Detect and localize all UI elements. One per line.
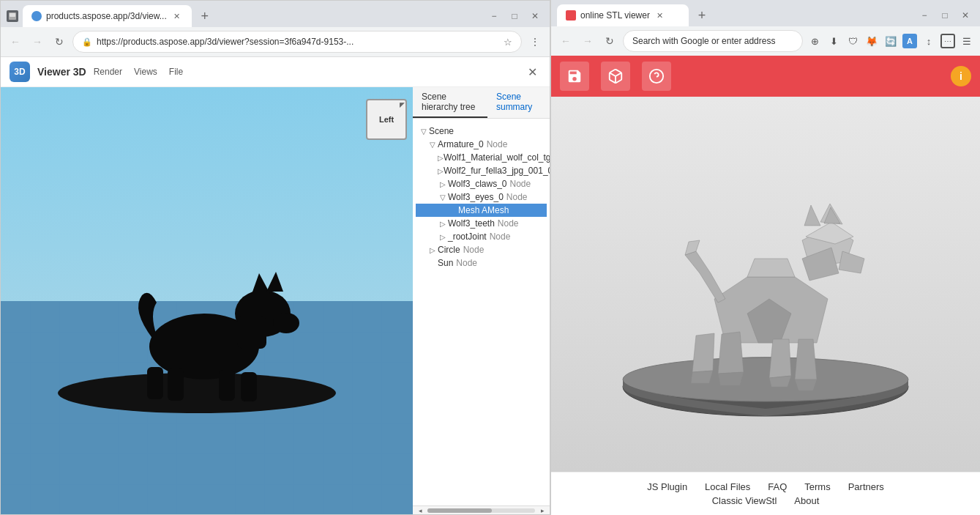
svg-marker-26 — [804, 205, 820, 226]
tab-summary[interactable]: Scene summary — [487, 87, 550, 118]
right-active-tab[interactable]: online STL viewer ✕ — [557, 4, 689, 26]
refresh-btn[interactable]: ↻ — [51, 33, 68, 51]
tree-wolf2[interactable]: ▷ Wolf2_fur_fella3_jpg_001_0 — [416, 164, 547, 177]
3d-viewport[interactable]: Left ◤ — [1, 87, 413, 514]
tree-wolf3-eyes[interactable]: ▽ Wolf3_eyes_0 Node — [416, 190, 547, 204]
star-icon[interactable]: ☆ — [504, 37, 512, 48]
maximize-btn[interactable]: □ — [506, 7, 523, 25]
address-box[interactable]: 🔒 https://products.aspose.app/3d/viewer?… — [72, 31, 522, 53]
svg-rect-9 — [241, 372, 257, 401]
stl-cube-btn[interactable] — [601, 62, 630, 91]
tree-label-circle: Circle — [438, 245, 460, 255]
app-window: 3D Viewer 3D Render Views File ✕ — [1, 57, 550, 514]
tree-armature[interactable]: ▽ Armature_0 Node — [416, 138, 547, 151]
right-tab-close-btn[interactable]: ✕ — [654, 10, 666, 21]
ff-icon-sync2[interactable]: ↕ — [921, 34, 936, 48]
ff-icon-1[interactable]: ⊕ — [807, 34, 822, 48]
stl-info-btn[interactable]: i — [951, 66, 971, 86]
close-btn[interactable]: ✕ — [526, 7, 544, 25]
left-tab-bar: products.aspose.app/3d/view... ✕ + − □ ✕ — [1, 1, 550, 27]
tree-type-eyes: Node — [506, 192, 528, 202]
menu-views[interactable]: Views — [134, 67, 157, 77]
scroll-left-btn[interactable]: ◂ — [416, 506, 424, 515]
ff-icon-firefox[interactable]: 🦊 — [864, 34, 879, 48]
tree-wolf1[interactable]: ▷ Wolf1_Material_wolf_col_tg — [416, 151, 547, 164]
right-tab-label: online STL viewer — [580, 10, 650, 21]
minimize-btn[interactable]: − — [485, 7, 503, 25]
tree-type-armature: Node — [487, 139, 508, 149]
svg-marker-36 — [685, 251, 725, 303]
right-maximize-btn[interactable]: □ — [936, 7, 954, 24]
tree-circle[interactable]: ▷ Circle Node — [416, 243, 547, 256]
app-menu: Render Views File — [94, 67, 184, 77]
bookmarks-btn[interactable]: A — [902, 34, 917, 48]
footer-link-js-plugin[interactable]: JS Plugin — [647, 481, 687, 492]
tree-mesh-amesh[interactable]: Mesh AMesh — [416, 204, 547, 217]
right-back-btn[interactable]: ← — [557, 32, 575, 50]
panel-tabs: Scene hierarchy tree Scene summary — [413, 87, 550, 119]
footer-link-terms[interactable]: Terms — [804, 481, 830, 492]
scene-tree[interactable]: ▽ Scene ▽ Armature_0 Node ▷ Wolf1_Materi… — [413, 119, 550, 505]
tree-arrow-armature: ▽ — [427, 141, 438, 149]
tree-sun[interactable]: Sun Node — [416, 256, 547, 270]
app-logo: 3D — [10, 62, 30, 82]
footer-link-partners[interactable]: Partners — [848, 481, 884, 492]
tree-label-eyes: Wolf3_eyes_0 — [448, 192, 504, 202]
back-btn[interactable]: ← — [7, 33, 24, 51]
ff-icon-shield[interactable]: 🛡 — [845, 34, 860, 48]
navigation-cube[interactable]: Left ◤ — [366, 99, 407, 140]
scroll-track[interactable] — [427, 508, 535, 513]
tree-label-rootjoint: _rootJoint — [448, 231, 487, 242]
ff-menu-btn[interactable]: ☰ — [960, 34, 974, 48]
menu-render[interactable]: Render — [94, 67, 122, 77]
right-forward-btn[interactable]: → — [579, 32, 596, 50]
wolf-model — [94, 244, 299, 407]
tree-arrow-wolf1: ▷ — [438, 154, 444, 162]
ff-icon-download[interactable]: ⬇ — [826, 34, 841, 48]
stl-footer-links-row2: Classic ViewStl About — [563, 495, 968, 506]
tab-hierarchy[interactable]: Scene hierarchy tree — [413, 87, 487, 118]
stl-help-btn[interactable] — [642, 62, 671, 91]
footer-link-local-files[interactable]: Local Files — [705, 481, 750, 492]
tree-scene[interactable]: ▽ Scene — [416, 125, 547, 138]
right-win-controls: − □ ✕ — [916, 7, 974, 24]
footer-link-faq[interactable]: FAQ — [768, 481, 787, 492]
overflow-btn[interactable]: ⋯ — [940, 34, 955, 48]
scroll-right-btn[interactable]: ▸ — [538, 506, 547, 515]
footer-link-about[interactable]: About — [794, 495, 819, 506]
stl-footer-links-row1: JS Plugin Local Files FAQ Terms Partners — [563, 481, 968, 492]
tree-label-scene: Scene — [429, 126, 454, 136]
menu-file[interactable]: File — [169, 67, 183, 77]
tree-type-rootjoint: Node — [490, 231, 511, 242]
forward-btn[interactable]: → — [29, 33, 46, 51]
svg-marker-22 — [839, 251, 864, 273]
right-close-btn[interactable]: ✕ — [957, 7, 974, 24]
footer-link-classic[interactable]: Classic ViewStl — [712, 495, 777, 506]
tree-wolf3-teeth[interactable]: ▷ Wolf3_teeth Node — [416, 217, 547, 230]
left-active-tab[interactable]: products.aspose.app/3d/view... ✕ — [23, 5, 192, 27]
right-address-box[interactable]: Search with Google or enter address — [623, 30, 803, 52]
more-btn[interactable]: ⋮ — [526, 33, 544, 51]
svg-marker-33 — [718, 372, 744, 385]
stl-viewport[interactable] — [551, 97, 980, 472]
tree-label-claws: Wolf3_claws_0 — [448, 179, 506, 189]
app-close-btn[interactable]: ✕ — [523, 63, 541, 81]
ff-icon-sync[interactable]: 🔄 — [883, 34, 898, 48]
right-refresh-btn[interactable]: ↻ — [601, 32, 618, 50]
right-minimize-btn[interactable]: − — [916, 7, 933, 24]
tree-rootjoint[interactable]: ▷ _rootJoint Node — [416, 230, 547, 243]
new-tab-btn[interactable]: + — [195, 6, 215, 26]
app-title: Viewer 3D — [37, 66, 86, 78]
svg-rect-12 — [147, 367, 163, 399]
tree-wolf3-claws[interactable]: ▷ Wolf3_claws_0 Node — [416, 177, 547, 190]
left-browser-window: products.aspose.app/3d/view... ✕ + − □ ✕… — [0, 0, 550, 515]
right-new-tab-btn[interactable]: + — [692, 5, 712, 26]
left-tab-close-btn[interactable]: ✕ — [171, 10, 183, 22]
left-browser-chrome: products.aspose.app/3d/view... ✕ + − □ ✕… — [1, 1, 550, 57]
horizontal-scrollbar[interactable]: ◂ ▸ — [413, 505, 550, 514]
tree-arrow-circle: ▷ — [427, 246, 438, 254]
stl-footer: JS Plugin Local Files FAQ Terms Partners… — [551, 472, 980, 515]
stl-save-btn[interactable] — [560, 62, 589, 91]
tree-arrow-teeth: ▷ — [438, 220, 448, 228]
tree-label-armature: Armature_0 — [438, 139, 484, 149]
